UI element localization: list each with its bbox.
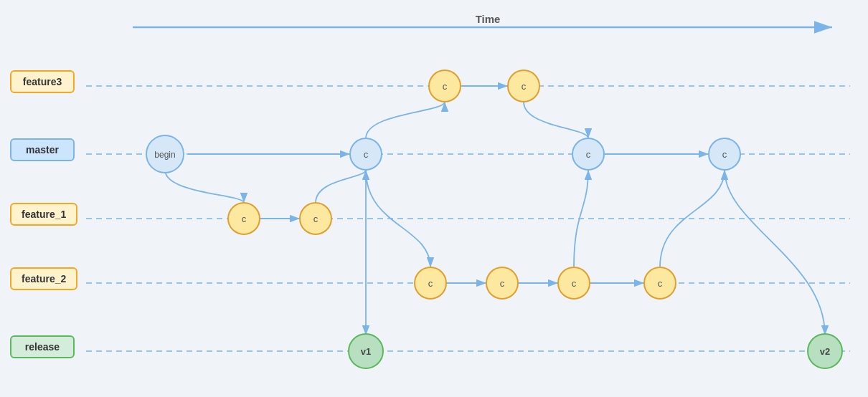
node-mc1-label: c — [364, 149, 369, 160]
time-label: Time — [476, 13, 501, 25]
node-f2c1-label: c — [428, 278, 433, 289]
conn-f3c2-mc2 — [524, 102, 588, 138]
node-v1-label: v1 — [361, 346, 371, 357]
diagram-svg: Time — [0, 0, 868, 397]
conn-mc3-v2 — [725, 170, 825, 335]
node-v2-label: v2 — [820, 346, 830, 357]
node-begin-label: begin — [154, 150, 175, 160]
node-mc2-label: c — [586, 149, 591, 160]
node-f3c2-label: c — [522, 81, 527, 92]
node-f2c4-label: c — [658, 278, 663, 289]
conn-f1c2-mc1 — [316, 170, 366, 203]
node-f2c3-label: c — [572, 278, 577, 289]
node-f1c1-label: c — [242, 214, 247, 224]
node-f2c2-label: c — [500, 278, 505, 289]
node-mc3-label: c — [722, 149, 727, 160]
conn-begin-f1c1 — [165, 170, 244, 203]
diagram-container: feature3 master feature_1 feature_2 rele… — [0, 0, 868, 397]
conn-mc1-f3c1 — [366, 102, 445, 138]
node-f1c2-label: c — [313, 214, 319, 224]
node-f3c1-label: c — [443, 81, 448, 92]
